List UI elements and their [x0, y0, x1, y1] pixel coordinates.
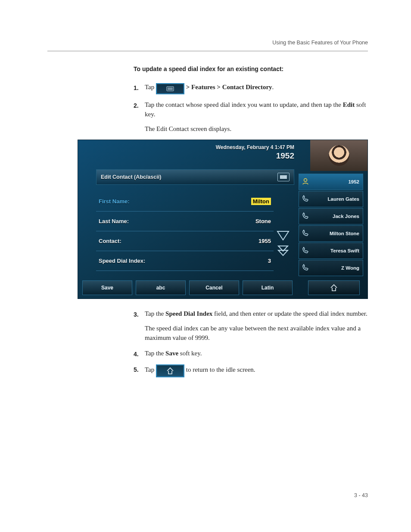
first-name-value: Milton — [251, 198, 271, 205]
sidebar-item-contact[interactable]: Jack Jones — [299, 208, 363, 224]
scroll-page-down-icon[interactable] — [277, 245, 290, 257]
sidebar-item-contact[interactable]: Milton Stone — [299, 225, 363, 242]
last-name-label: Last Name: — [99, 218, 129, 224]
menu-icon — [166, 86, 174, 91]
scroll-arrows — [275, 226, 291, 261]
document-page: Using the Basic Features of Your Phone T… — [0, 0, 411, 532]
home-icon — [330, 283, 338, 292]
svg-point-7 — [304, 179, 307, 182]
contact-label: Contact: — [99, 238, 121, 244]
last-name-value: Stone — [255, 218, 271, 224]
first-name-label: First Name: — [99, 198, 130, 205]
softkey-latin[interactable]: Latin — [243, 280, 293, 295]
screen-title: Edit Contact (Abc/ascii) — [101, 174, 161, 180]
section-heading: To update a speed dial index for an exis… — [134, 65, 368, 72]
step-3: 3. Tap the Speed Dial Index field, and t… — [134, 309, 368, 342]
sidebar-item-label: Milton Stone — [330, 231, 359, 236]
step1-breadcrumb: > Features > Contact Directory — [186, 84, 272, 90]
sidebar-item-label: Teresa Swift — [330, 248, 359, 253]
sidebar-item-label: Z Wong — [341, 265, 359, 271]
softkey-bar: Save abc Cancel Latin — [81, 280, 294, 295]
field-first-name[interactable]: First Name: Milton — [96, 192, 274, 212]
person-icon — [302, 177, 309, 186]
instruction-list: 1. Tap > Features > Contac — [0, 83, 411, 134]
step-1: 1. Tap > Features > Contac — [134, 83, 368, 94]
page-body: To update a speed dial index for an exis… — [0, 65, 411, 377]
handset-icon — [302, 195, 309, 203]
step1-period: . — [272, 84, 274, 90]
sidebar-item-label: Jack Jones — [333, 214, 359, 219]
avatar — [310, 140, 367, 171]
avatar-face — [329, 145, 349, 166]
svg-marker-4 — [277, 231, 289, 240]
header-rule — [47, 51, 368, 51]
step4-c: soft key. — [178, 350, 202, 357]
sidebar-item-contact[interactable]: Lauren Gates — [299, 191, 363, 207]
step-number: 1. — [134, 84, 145, 92]
speed-dial-value: 3 — [268, 258, 271, 264]
step3-line1a: Tap the — [145, 310, 165, 317]
scroll-down-icon[interactable] — [277, 230, 290, 242]
home-icon — [166, 367, 174, 375]
edit-form: First Name: Milton Last Name: Stone Cont… — [96, 192, 274, 274]
handset-icon — [302, 264, 309, 272]
step-2: 2. Tap the contact whose speed dial inde… — [134, 100, 368, 134]
field-contact[interactable]: Contact: 1955 — [96, 231, 274, 251]
menu-icon-button[interactable] — [156, 83, 184, 94]
step2-edit: Edit — [343, 101, 355, 108]
status-datetime: Wednesday, February 4 1:47 PM — [216, 144, 294, 150]
step4-a: Tap the — [145, 350, 165, 357]
sidebar-item-label: Lauren Gates — [328, 196, 360, 202]
home-icon-button[interactable] — [156, 364, 184, 377]
softkey-cancel[interactable]: Cancel — [189, 280, 239, 295]
contact-sidebar: 1952 Lauren Gates Jack Jones Milton Ston… — [299, 171, 367, 277]
step3-line1c: field, and then enter or update the spee… — [212, 310, 367, 317]
step1-prefix: Tap — [145, 84, 156, 90]
step4-save: Save — [165, 350, 178, 357]
step2-line1a: Tap the contact whose speed dial index y… — [145, 101, 343, 108]
instruction-list-cont: 3. Tap the Speed Dial Index field, and t… — [0, 309, 411, 377]
step2-line2: The Edit Contact screen displays. — [145, 124, 368, 134]
keyboard-icon[interactable] — [277, 173, 290, 181]
step-number: 4. — [134, 350, 145, 358]
step3-line2: The speed dial index can be any value be… — [145, 324, 368, 343]
field-last-name[interactable]: Last Name: Stone — [96, 212, 274, 231]
step-number: 2. — [134, 101, 145, 110]
softkey-home[interactable] — [308, 280, 360, 295]
speed-dial-label: Speed Dial Index: — [99, 258, 145, 264]
step-number: 5. — [134, 365, 145, 374]
softkey-abc[interactable]: abc — [136, 280, 186, 295]
handset-icon — [302, 229, 309, 238]
step-4: 4. Tap the Save soft key. — [134, 349, 368, 358]
screen-titlebar: Edit Contact (Abc/ascii) — [96, 169, 294, 185]
sidebar-item-self[interactable]: 1952 — [299, 174, 363, 190]
step-number: 3. — [134, 310, 145, 319]
step5-b: to return to the idle screen. — [186, 366, 255, 373]
page-number: 3 - 43 — [354, 492, 368, 498]
contact-value: 1955 — [258, 238, 271, 244]
softkey-save[interactable]: Save — [82, 280, 132, 295]
step-5: 5. Tap to return to the idle screen. — [134, 364, 368, 377]
status-extension: 1952 — [276, 151, 294, 161]
handset-icon — [302, 246, 309, 255]
phone-screenshot: Wednesday, February 4 1:47 PM 1952 Edit … — [78, 140, 368, 299]
field-speed-dial[interactable]: Speed Dial Index: 3 — [96, 251, 274, 271]
handset-icon — [302, 212, 309, 221]
running-header: Using the Basic Features of Your Phone — [272, 40, 368, 46]
sidebar-item-contact[interactable]: Z Wong — [299, 260, 363, 276]
sidebar-item-label: 1952 — [348, 179, 359, 184]
sidebar-item-contact[interactable]: Teresa Swift — [299, 243, 363, 259]
step5-a: Tap — [145, 366, 156, 373]
step3-field: Speed Dial Index — [165, 310, 212, 317]
